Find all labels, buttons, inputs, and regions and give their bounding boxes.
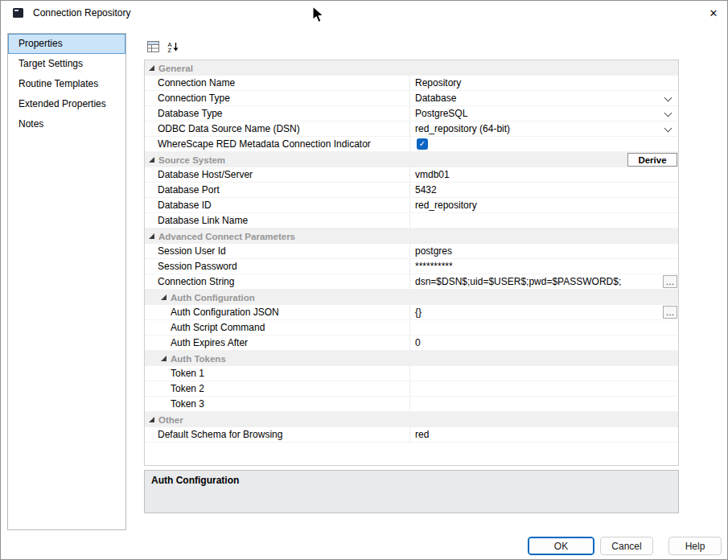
property-value-text: 5432 bbox=[415, 184, 456, 196]
property-name: Auth Configuration JSON bbox=[145, 305, 410, 319]
collapse-triangle-icon[interactable] bbox=[161, 356, 167, 361]
property-value-text: vmdb01 bbox=[415, 169, 469, 180]
property-row-connection-type: Connection TypeDatabase bbox=[145, 91, 678, 106]
property-row-database-link-name: Database Link Name bbox=[145, 213, 678, 229]
property-value-text: dsn=$DSN$;uid=$USER$;pwd=$PASSWORD$; bbox=[415, 276, 640, 287]
categorized-view-icon bbox=[147, 41, 159, 52]
property-value[interactable]: vmdb01 bbox=[410, 167, 678, 182]
property-name: Connection Name bbox=[145, 76, 410, 90]
window-title: Connection Repository bbox=[33, 7, 130, 19]
property-value[interactable]: red_repository bbox=[410, 198, 678, 212]
property-row-odbc-data-source-name-dsn: ODBC Data Source Name (DSN)red_repositor… bbox=[145, 121, 678, 137]
property-value[interactable] bbox=[410, 381, 678, 396]
property-row-database-type: Database TypePostgreSQL bbox=[145, 106, 678, 121]
description-panel: Auth Configuration bbox=[144, 470, 679, 513]
cancel-button[interactable]: Cancel bbox=[600, 537, 653, 555]
property-name: Session User Id bbox=[145, 244, 410, 258]
help-button[interactable]: Help bbox=[668, 537, 722, 555]
property-grid: GeneralConnection NameRepositoryConnecti… bbox=[144, 60, 679, 466]
property-value-text: {} bbox=[415, 307, 441, 318]
property-name: WhereScape RED Metadata Connection Indic… bbox=[145, 137, 410, 151]
property-row-wherescape-red-metadata-connection-indicator: WhereScape RED Metadata Connection Indic… bbox=[145, 137, 678, 152]
category-auth-tokens[interactable]: Auth Tokens bbox=[145, 351, 678, 366]
ellipsis-button[interactable]: … bbox=[663, 306, 677, 319]
category-advanced-connect-parameters[interactable]: Advanced Connect Parameters bbox=[145, 229, 678, 244]
property-value-text: red bbox=[415, 429, 448, 440]
ellipsis-button[interactable]: … bbox=[663, 275, 677, 288]
property-name: Connection Type bbox=[145, 91, 410, 105]
property-value[interactable]: postgres bbox=[410, 244, 678, 258]
property-row-token-1: Token 1 bbox=[145, 366, 678, 381]
property-row-database-port: Database Port5432 bbox=[145, 183, 678, 198]
property-value[interactable]: PostgreSQL bbox=[410, 106, 678, 121]
sidebar-item-notes[interactable]: Notes bbox=[8, 114, 125, 134]
close-button[interactable]: ✕ bbox=[700, 2, 727, 24]
category-label: Auth Tokens bbox=[171, 354, 226, 364]
description-title: Auth Configuration bbox=[145, 471, 678, 488]
property-row-auth-script-command: Auth Script Command bbox=[145, 320, 678, 336]
property-value[interactable]: Database bbox=[410, 91, 678, 105]
ok-button[interactable]: OK bbox=[528, 537, 594, 555]
property-name: Token 3 bbox=[145, 397, 410, 411]
derive-button[interactable]: Derive bbox=[627, 153, 677, 167]
property-value[interactable]: ********** bbox=[410, 259, 678, 274]
collapse-triangle-icon[interactable] bbox=[149, 157, 154, 163]
property-row-session-user-id: Session User Idpostgres bbox=[145, 244, 678, 259]
property-value[interactable]: 0 bbox=[410, 336, 678, 350]
property-value[interactable]: red_repository (64-bit) bbox=[410, 121, 678, 136]
property-value[interactable]: 5432 bbox=[410, 183, 678, 197]
collapse-triangle-icon[interactable] bbox=[149, 65, 154, 71]
property-value[interactable] bbox=[410, 213, 678, 228]
property-row-connection-name: Connection NameRepository bbox=[145, 76, 678, 91]
property-value[interactable] bbox=[410, 320, 678, 335]
category-source-system[interactable]: Source SystemDerive bbox=[145, 152, 678, 167]
property-value[interactable]: dsn=$DSN$;uid=$USER$;pwd=$PASSWORD$;… bbox=[410, 274, 678, 289]
property-row-database-host-server: Database Host/Servervmdb01 bbox=[145, 167, 678, 183]
alphabetical-sort-button[interactable]: A Z bbox=[164, 38, 182, 56]
property-name: Database Host/Server bbox=[145, 167, 410, 182]
category-other[interactable]: Other bbox=[145, 412, 678, 427]
property-value[interactable]: {}… bbox=[410, 305, 678, 319]
property-grid-toolbar: A Z bbox=[144, 38, 182, 56]
collapse-triangle-icon[interactable] bbox=[149, 233, 154, 239]
collapse-triangle-icon[interactable] bbox=[149, 417, 154, 422]
sidebar-list: PropertiesTarget SettingsRoutine Templat… bbox=[8, 34, 125, 134]
property-row-session-password: Session Password********** bbox=[145, 259, 678, 274]
sidebar-item-routine-templates[interactable]: Routine Templates bbox=[8, 74, 125, 94]
collapse-triangle-icon[interactable] bbox=[161, 294, 167, 300]
property-name: Default Schema for Browsing bbox=[145, 427, 410, 442]
sidebar-item-properties[interactable]: Properties bbox=[8, 34, 125, 54]
dropdown-chevron-icon[interactable] bbox=[664, 94, 672, 102]
property-value-text: PostgreSQL bbox=[415, 108, 487, 119]
property-row-database-id: Database IDred_repository bbox=[145, 198, 678, 213]
property-value[interactable]: ✓ bbox=[410, 137, 678, 151]
titlebar: Connection Repository ✕ bbox=[1, 1, 727, 25]
property-name: ODBC Data Source Name (DSN) bbox=[145, 121, 410, 136]
property-name: Token 2 bbox=[145, 381, 410, 396]
sidebar-item-extended-properties[interactable]: Extended Properties bbox=[8, 94, 125, 114]
property-value[interactable] bbox=[410, 366, 678, 381]
property-name: Session Password bbox=[145, 259, 410, 274]
property-value-text: postgres bbox=[415, 245, 471, 257]
categorized-view-button[interactable] bbox=[144, 38, 162, 56]
property-row-default-schema-for-browsing: Default Schema for Browsingred bbox=[145, 427, 678, 443]
property-value-text: Repository bbox=[415, 77, 480, 89]
connection-repository-dialog: Connection Repository ✕ PropertiesTarget… bbox=[0, 0, 728, 560]
property-row-token-2: Token 2 bbox=[145, 381, 678, 397]
sidebar-item-target-settings[interactable]: Target Settings bbox=[8, 54, 125, 74]
dropdown-chevron-icon[interactable] bbox=[664, 125, 672, 133]
property-value-text: ********** bbox=[415, 261, 472, 272]
dropdown-chevron-icon[interactable] bbox=[664, 109, 672, 117]
property-value-text: red_repository (64-bit) bbox=[415, 123, 529, 134]
property-name: Database Type bbox=[145, 106, 410, 121]
property-row-auth-configuration-json: Auth Configuration JSON{}… bbox=[145, 305, 678, 320]
property-value[interactable]: Repository bbox=[410, 76, 678, 90]
property-row-auth-expires-after: Auth Expires After0 bbox=[145, 336, 678, 351]
category-auth-configuration[interactable]: Auth Configuration bbox=[145, 290, 678, 305]
property-name: Connection String bbox=[145, 274, 410, 289]
checkbox[interactable]: ✓ bbox=[417, 138, 428, 150]
category-general[interactable]: General bbox=[145, 60, 678, 76]
property-value[interactable] bbox=[410, 397, 678, 411]
property-value[interactable]: red bbox=[410, 427, 678, 442]
svg-text:Z: Z bbox=[167, 47, 171, 53]
